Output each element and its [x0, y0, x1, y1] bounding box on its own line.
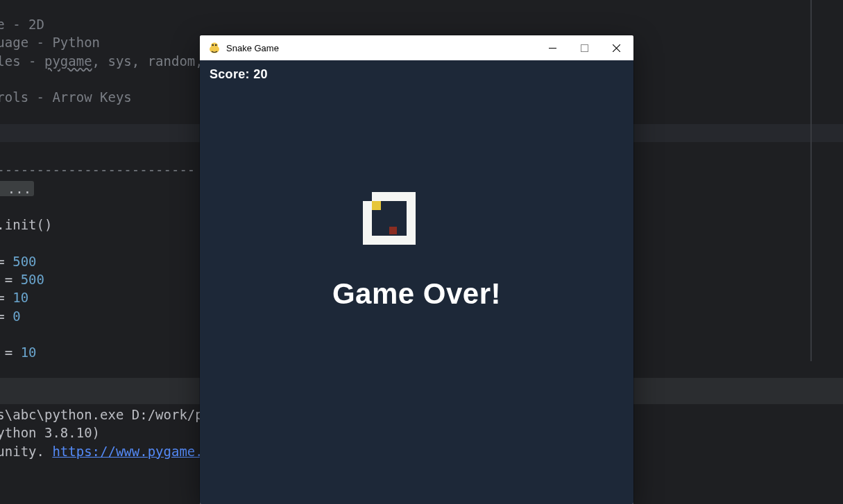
snake-segment — [372, 236, 381, 245]
game-over-text: Game Over! — [332, 277, 501, 311]
window-titlebar[interactable]: Snake Game — [200, 35, 633, 60]
snake-head — [372, 201, 381, 210]
snake-segment — [363, 227, 372, 236]
code-line: re = 0 — [0, 309, 21, 324]
minimize-button[interactable] — [536, 35, 568, 60]
snake-segment — [372, 192, 381, 201]
snake-segment — [407, 236, 416, 245]
comment-dashes: ---------------------------- — [0, 162, 195, 177]
folded-imports[interactable]: ort ... — [0, 181, 34, 196]
snake-segment — [363, 236, 372, 245]
snake-segment — [380, 236, 389, 245]
snake-segment — [407, 209, 416, 218]
snake-food — [389, 227, 397, 234]
comment-line: ontrols - Arrow Keys — [0, 89, 132, 105]
snake-segment — [389, 236, 398, 245]
snake-segment — [363, 218, 372, 227]
pygame-link[interactable]: https://www.pygame.o — [52, 444, 211, 459]
snake-segment — [407, 227, 416, 236]
game-canvas[interactable]: Score: 20 Game Over! — [200, 60, 633, 504]
comment-line: odules - pygame, sys, random, — [0, 53, 203, 69]
comment-line: anguage - Python — [0, 35, 100, 50]
snake-segment — [398, 236, 407, 245]
code-line: ame.init() — [0, 217, 52, 232]
window-title: Snake Game — [226, 43, 279, 53]
code-line: le = 10 — [0, 290, 28, 305]
snake-segment — [389, 192, 398, 201]
close-button[interactable] — [600, 35, 632, 60]
snake-segment — [407, 218, 416, 227]
svg-point-2 — [212, 44, 214, 46]
svg-point-3 — [215, 44, 217, 46]
snake-segment — [363, 201, 372, 210]
snake-segment — [407, 201, 416, 210]
pygame-icon — [208, 42, 221, 54]
code-line: th = 500 — [0, 254, 37, 269]
comment-line: nake - 2D — [0, 17, 44, 32]
svg-point-1 — [211, 43, 218, 49]
snake-segment — [363, 209, 372, 218]
score-label: Score: — [210, 67, 253, 81]
score-display: Score: 20 — [210, 67, 268, 82]
console-line: , Python 3.8.10) — [0, 425, 100, 440]
code-line: d_x = 10 — [0, 345, 37, 360]
console-line: ommunity. https://www.pygame.o — [0, 444, 211, 459]
snake-segment — [407, 192, 416, 201]
maximize-button[interactable] — [568, 35, 600, 60]
svg-rect-4 — [581, 44, 588, 51]
code-line: ght = 500 — [0, 272, 44, 287]
console-line: envs\abc\python.exe D:/work/p — [0, 407, 203, 422]
pygame-window: Snake Game Score: 20 Game Over! — [200, 35, 633, 504]
snake-segment — [380, 192, 389, 201]
score-value: 20 — [253, 67, 268, 81]
snake-body — [363, 192, 416, 245]
snake-segment — [398, 192, 407, 201]
